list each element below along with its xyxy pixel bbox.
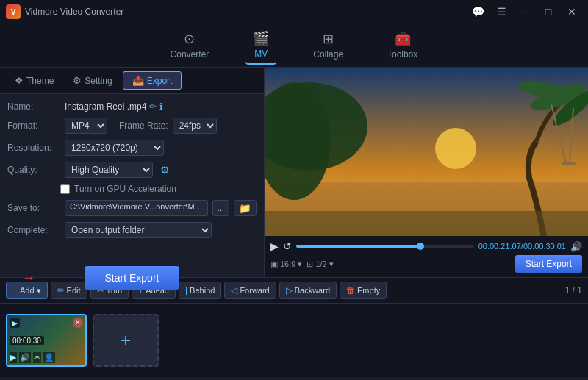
quality-settings-btn[interactable]: ⚙: [160, 164, 170, 176]
collage-icon: ⊞: [323, 31, 334, 47]
edit-name-icon[interactable]: ✏: [149, 101, 157, 112]
complete-select[interactable]: Open output folder Do nothing Shutdown: [65, 222, 212, 238]
format-select[interactable]: MP4 MOV AVI MKV: [65, 118, 107, 134]
tab-converter[interactable]: ⊙ Converter: [163, 26, 217, 64]
scale-value: 1/2: [315, 259, 326, 268]
framerate-label: Frame Rate:: [119, 121, 168, 131]
export-settings-form: Name: Instagram Reel .mp4 ✏ ℹ Format: MP…: [0, 94, 264, 251]
subtab-setting[interactable]: ⚙ Setting: [64, 72, 121, 89]
info-icon[interactable]: ℹ: [159, 101, 163, 112]
aspect-ratio-select[interactable]: ▣ 16:9 ▾: [270, 259, 302, 269]
preview-overlay: [265, 68, 588, 236]
volume-button[interactable]: 🔊: [570, 241, 582, 252]
gpu-checkbox[interactable]: [60, 184, 70, 194]
maximize-btn[interactable]: □: [538, 4, 559, 19]
clip-header: ▶ ✕: [10, 318, 83, 328]
clip-person-btn[interactable]: 👤: [43, 352, 55, 363]
clip-type-icon: ▶: [10, 318, 20, 328]
controls-bottom-row: ▣ 16:9 ▾ ⊡ 1/2 ▾ Start Export: [270, 255, 582, 273]
export-btn-area: → Start Export: [0, 251, 264, 297]
clip-scissors-btn[interactable]: ✂: [33, 352, 41, 363]
top-navigation: ⊙ Converter 🎬 MV ⊞ Collage 🧰 Toolbox: [0, 24, 588, 68]
clip-overlay: ▶ ✕ 00:00:30 ▶ 🔊 ✂ 👤: [7, 315, 85, 365]
backward-label: Backward: [295, 286, 330, 295]
timeline-clip: ▶ ✕ 00:00:30 ▶ 🔊 ✂ 👤: [6, 314, 87, 367]
titlebar: V Vidmore Video Converter 💬 ☰ ─ □ ✕: [0, 0, 588, 24]
add-clip-button[interactable]: +: [93, 314, 159, 367]
clip-volume-btn[interactable]: 🔊: [19, 352, 31, 363]
tab-toolbox-label: Toolbox: [387, 49, 417, 60]
converter-icon: ⊙: [184, 31, 195, 47]
svg-point-1: [435, 128, 476, 169]
empty-icon: 🗑: [346, 285, 355, 295]
timeline: ▶ ✕ 00:00:30 ▶ 🔊 ✂ 👤 +: [0, 304, 588, 377]
tab-collage[interactable]: ⊞ Collage: [306, 26, 351, 64]
clip-time: 00:00:30: [10, 335, 83, 345]
format-label: Format:: [7, 121, 60, 131]
empty-button[interactable]: 🗑 Empty: [340, 282, 387, 299]
time-current: 00:00:21.07: [478, 242, 521, 251]
format-row: Format: MP4 MOV AVI MKV Frame Rate: 24fp…: [7, 118, 257, 134]
tab-toolbox[interactable]: 🧰 Toolbox: [380, 26, 425, 64]
resolution-select[interactable]: 1280x720 (720p) 1920x1080 (1080p) 640x48…: [65, 140, 164, 156]
app-logo: V: [6, 4, 21, 19]
backward-button[interactable]: ▷ Backward: [279, 282, 337, 299]
quality-select[interactable]: High Quality Standard Quality Low Qualit…: [65, 162, 153, 178]
time-display: 00:00:21.07/00:00:30.01: [478, 242, 566, 251]
menu-btn[interactable]: ☰: [491, 4, 512, 19]
progress-bar-row: ▶ ↺ 00:00:21.07/00:00:30.01 🔊: [270, 240, 582, 252]
subtab-export-label: Export: [147, 76, 173, 86]
framerate-section: Frame Rate: 24fps 30fps 60fps: [119, 118, 217, 134]
complete-row: Complete: Open output folder Do nothing …: [7, 222, 257, 238]
name-value: Instagram Reel .mp4 ✏ ℹ: [65, 101, 163, 112]
progress-thumb[interactable]: [417, 243, 424, 250]
saveto-row: Save to: C:\Vidmore\Vidmore V...onverter…: [7, 200, 257, 216]
titlebar-left: V Vidmore Video Converter: [6, 4, 123, 19]
minimize-btn[interactable]: ─: [514, 4, 535, 19]
framerate-select[interactable]: 24fps 30fps 60fps: [173, 118, 217, 134]
saveto-path: C:\Vidmore\Vidmore V...onverter\MV Expor…: [65, 200, 208, 216]
titlebar-controls: 💬 ☰ ─ □ ✕: [467, 4, 582, 19]
subtab-setting-label: Setting: [85, 76, 112, 86]
close-btn[interactable]: ✕: [562, 4, 582, 19]
saveto-folder-btn[interactable]: 📁: [234, 200, 257, 216]
tab-mv[interactable]: 🎬 MV: [245, 26, 276, 65]
play-button[interactable]: ▶: [270, 240, 279, 252]
clip-close-btn[interactable]: ✕: [73, 318, 83, 328]
setting-icon: ⚙: [73, 75, 82, 86]
resolution-label: Resolution:: [7, 143, 60, 153]
scale-chevron: ▾: [329, 259, 334, 269]
svg-rect-11: [265, 211, 588, 236]
right-panel: ▶ ↺ 00:00:21.07/00:00:30.01 🔊 ▣ 16:9 ▾: [265, 68, 588, 277]
add-clip-icon: +: [121, 330, 131, 351]
clip-controls: ▶ 🔊 ✂ 👤: [10, 352, 83, 363]
toolbox-icon: 🧰: [395, 31, 411, 47]
preview-start-export-button[interactable]: Start Export: [515, 255, 582, 273]
complete-label: Complete:: [7, 225, 60, 235]
aspect-ratio-icon: ▣: [270, 259, 278, 269]
saveto-label: Save to:: [7, 203, 60, 213]
subtab-export[interactable]: 📤 Export: [123, 71, 182, 90]
export-icon: 📤: [132, 75, 144, 86]
progress-fill: [296, 245, 420, 248]
replay-button[interactable]: ↺: [283, 240, 292, 252]
quality-row: Quality: High Quality Standard Quality L…: [7, 162, 257, 178]
time-total: 00:00:30.01: [523, 242, 566, 251]
start-export-button[interactable]: Start Export: [85, 266, 180, 290]
name-label: Name:: [7, 101, 60, 112]
left-panel: ❖ Theme ⚙ Setting 📤 Export Name: Instagr…: [0, 68, 265, 277]
subtab-theme-label: Theme: [26, 76, 54, 86]
svg-rect-10: [562, 162, 576, 165]
chat-icon-btn[interactable]: 💬: [467, 4, 488, 19]
preview-image: [265, 68, 588, 236]
name-text: Instagram Reel .mp4: [65, 101, 146, 112]
saveto-dots-btn[interactable]: ...: [212, 200, 229, 216]
tab-mv-label: MV: [254, 49, 268, 59]
gpu-label[interactable]: Turn on GPU Acceleration: [74, 184, 176, 194]
subtab-theme[interactable]: ❖ Theme: [6, 72, 62, 89]
arrow-indicator: →: [22, 270, 35, 286]
clip-play-btn[interactable]: ▶: [10, 352, 17, 363]
progress-track[interactable]: [296, 245, 474, 248]
scale-select[interactable]: ⊡ 1/2 ▾: [306, 259, 333, 269]
page-indicator: 1 / 1: [565, 285, 582, 295]
